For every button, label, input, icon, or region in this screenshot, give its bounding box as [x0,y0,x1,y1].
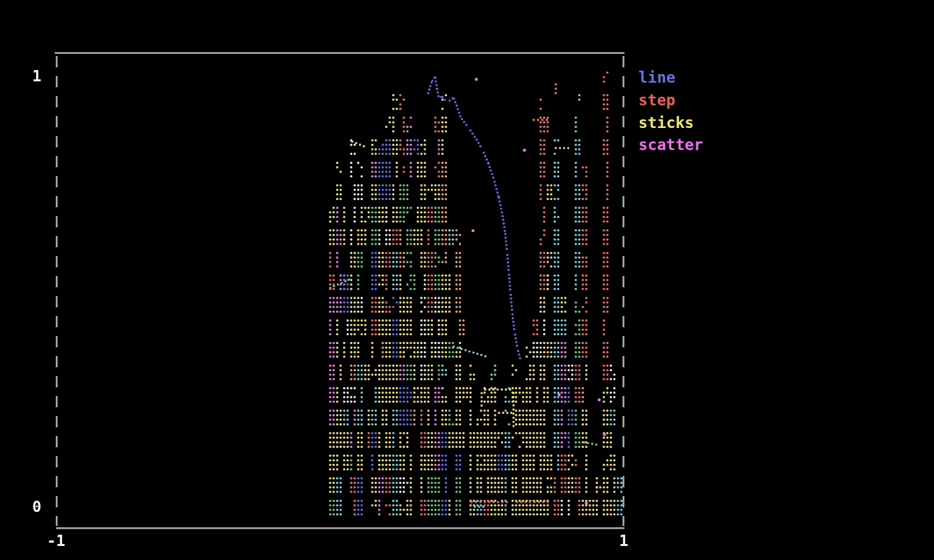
y-axis-tick-min: 0 [19,498,41,515]
plot-canvas [0,0,934,560]
legend-item-sticks: sticks [638,112,703,135]
legend: line step sticks scatter [638,67,703,157]
legend-item-line: line [638,67,703,89]
terminal-plot-screen: 1 0 -1 1 line step sticks scatter [0,0,934,560]
legend-item-step: step [638,89,703,112]
y-axis-tick-max: 1 [19,67,41,85]
x-axis-tick-max: 1 [609,532,638,549]
x-axis-tick-min: -1 [41,532,71,549]
legend-item-scatter: scatter [638,134,703,157]
